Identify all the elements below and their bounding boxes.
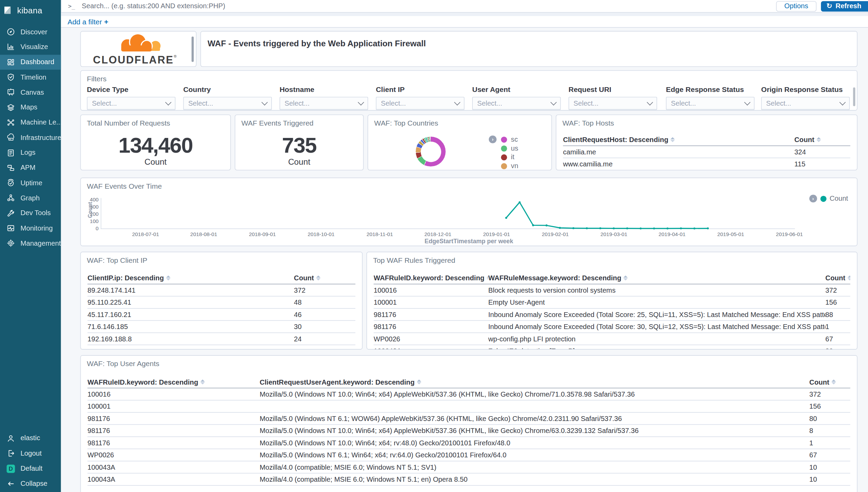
brand-text: kibana bbox=[17, 5, 42, 15]
device-type-select[interactable]: Select... bbox=[87, 97, 175, 110]
sidebar-item-infrastructure[interactable]: Infrastructure bbox=[0, 130, 61, 145]
sidebar-item-default-space[interactable]: D Default bbox=[0, 461, 61, 476]
column-header[interactable]: Count bbox=[809, 378, 850, 386]
table-row: 100016Block requests to version control … bbox=[374, 284, 850, 296]
console-icon: >_ bbox=[68, 3, 75, 9]
column-header[interactable]: WAFRuleID.keyword: Descending bbox=[374, 274, 488, 282]
column-header[interactable]: Count bbox=[294, 274, 355, 282]
legend-dot bbox=[501, 145, 507, 151]
legend-label[interactable]: Count bbox=[830, 195, 848, 203]
sidebar-item-canvas[interactable]: Canvas bbox=[0, 85, 61, 100]
request-uri-select[interactable]: Select... bbox=[569, 97, 657, 110]
countries-donut-chart[interactable] bbox=[416, 137, 446, 166]
legend-item-it[interactable]: it bbox=[501, 153, 518, 162]
filter-client-ip: Client IP Select... bbox=[376, 85, 465, 110]
column-header[interactable]: ClientRequestHost: Descending bbox=[563, 136, 795, 144]
sidebar-item-dev-tools[interactable]: Dev Tools bbox=[0, 206, 61, 221]
dashboard-title-panel: WAF - Events triggered by the Web Applic… bbox=[201, 31, 858, 67]
options-button[interactable]: Options bbox=[776, 1, 816, 11]
dashboard-area: CLOUDFLARE® WAF - Events triggered by th… bbox=[61, 28, 868, 492]
chevron-down-icon bbox=[550, 99, 557, 105]
sidebar-item-label: elastic bbox=[21, 434, 40, 442]
logo-panel-scrollbar[interactable] bbox=[192, 36, 194, 62]
table-row: 192.169.188.824 bbox=[88, 333, 355, 345]
sidebar-item-discover[interactable]: Discover bbox=[0, 24, 61, 39]
countries-legend: sc us it vn bbox=[501, 135, 518, 170]
filter-label: Edge Response Status bbox=[666, 85, 755, 93]
sidebar-item-label: Management bbox=[21, 239, 61, 247]
edge-response-status-select[interactable]: Select... bbox=[666, 97, 755, 110]
sidebar-item-management[interactable]: Management bbox=[0, 236, 61, 251]
column-header[interactable]: WAFRuleID.keyword: Descending bbox=[88, 378, 260, 386]
sidebar-item-monitoring[interactable]: Monitoring bbox=[0, 221, 61, 236]
tags-icon bbox=[7, 164, 15, 172]
legend-dot bbox=[501, 136, 507, 142]
legend-toggle-icon[interactable]: › bbox=[489, 136, 497, 143]
sidebar-item-machine-learning[interactable]: Machine Le... bbox=[0, 115, 61, 130]
kibana-logo[interactable]: kibana bbox=[0, 0, 61, 19]
sidebar-item-dashboard[interactable]: Dashboard bbox=[0, 55, 61, 70]
column-header[interactable]: ClientRequestUserAgent.keyword: Descendi… bbox=[260, 378, 809, 386]
column-header[interactable]: ClientIP.ip: Descending bbox=[88, 274, 294, 282]
space-badge: D bbox=[7, 465, 15, 473]
chevron-down-icon bbox=[647, 99, 653, 105]
table-row: 95.110.225.4148 bbox=[88, 296, 355, 308]
table-row: 981176Mozilla/5.0 (Windows NT 6.1; WOW64… bbox=[88, 413, 850, 425]
table-row: 100043AFalse IE6 detection [Type B]20 bbox=[374, 345, 850, 350]
column-header[interactable]: Count bbox=[825, 274, 850, 282]
user-icon bbox=[7, 434, 15, 443]
legend-item-us[interactable]: us bbox=[501, 144, 518, 153]
chevron-down-icon bbox=[165, 99, 171, 105]
legend-toggle-icon[interactable]: › bbox=[809, 195, 817, 203]
sidebar-item-uptime[interactable]: Uptime bbox=[0, 175, 61, 190]
add-filter-button[interactable]: Add a filter+ bbox=[68, 17, 108, 26]
sidebar-item-timelion[interactable]: Timelion bbox=[0, 70, 61, 85]
table-row: 100043AMozilla/4.0 (compatible; MSIE 6.0… bbox=[88, 473, 850, 485]
sidebar-item-visualize[interactable]: Visualize bbox=[0, 39, 61, 55]
refresh-button[interactable]: ↻ Refresh bbox=[821, 1, 868, 11]
sidebar-item-label: Logout bbox=[21, 449, 42, 457]
sort-icon bbox=[316, 276, 321, 281]
sidebar-item-maps[interactable]: Maps bbox=[0, 100, 61, 115]
search-input[interactable]: Search... (e.g. status:200 AND extension… bbox=[82, 2, 225, 10]
easel-icon bbox=[7, 88, 15, 96]
chevron-down-icon bbox=[358, 99, 364, 105]
sort-icon bbox=[624, 276, 628, 281]
column-header[interactable]: Count bbox=[795, 136, 850, 144]
sidebar-item-label: Visualize bbox=[21, 43, 48, 51]
sidebar-item-apm[interactable]: APM bbox=[0, 160, 61, 175]
table-row: 981176Mozilla/5.0 (Windows NT 10.0; Win6… bbox=[88, 425, 850, 437]
panel-title: Top WAF Rules Triggered bbox=[373, 256, 455, 264]
time-chart-legend: › Count bbox=[809, 195, 848, 203]
user-agent-select[interactable]: Select... bbox=[472, 97, 561, 110]
logout-icon bbox=[7, 449, 15, 458]
hostname-select[interactable]: Select... bbox=[279, 97, 368, 110]
sidebar-item-graph[interactable]: Graph bbox=[0, 190, 61, 206]
sidebar-item-label: Timelion bbox=[21, 73, 46, 81]
sort-icon bbox=[848, 276, 850, 281]
page-title: WAF - Events triggered by the Web Applic… bbox=[208, 39, 426, 48]
filter-bar: Add a filter+ bbox=[61, 16, 868, 28]
sidebar-nav: Discover Visualize Dashboard Timelion Ca… bbox=[0, 24, 61, 251]
sidebar-item-logout[interactable]: Logout bbox=[0, 446, 61, 461]
sidebar-item-collapse[interactable]: Collapse bbox=[0, 476, 61, 491]
column-header[interactable]: WAFRuleMessage.keyword: Descending bbox=[488, 274, 825, 282]
table-row: 100001Empty User-Agent156 bbox=[374, 296, 850, 308]
legend-item-sc[interactable]: sc bbox=[501, 135, 518, 144]
client-ip-select[interactable]: Select... bbox=[376, 97, 465, 110]
filter-label: Client IP bbox=[376, 85, 465, 93]
legend-item-vn[interactable]: vn bbox=[501, 162, 518, 171]
origin-response-status-select[interactable]: Select... bbox=[761, 97, 850, 110]
top-user-agents-table: WAFRuleID.keyword: Descending ClientRequ… bbox=[88, 376, 850, 485]
sidebar-item-label: Maps bbox=[21, 104, 37, 112]
sort-icon bbox=[671, 137, 675, 142]
sidebar-item-user[interactable]: elastic bbox=[0, 431, 61, 446]
country-select[interactable]: Select... bbox=[183, 97, 272, 110]
sidebar-item-logs[interactable]: Logs bbox=[0, 145, 61, 160]
table-row: 100016Mozilla/5.0 (Windows NT 10.0; Win6… bbox=[88, 388, 850, 400]
table-row: 45.117.160.2146 bbox=[88, 309, 355, 321]
filters-panel-scrollbar[interactable] bbox=[853, 87, 855, 106]
events-line-chart[interactable] bbox=[81, 178, 857, 246]
sidebar-item-label: Dev Tools bbox=[21, 209, 51, 217]
sort-icon bbox=[417, 379, 421, 385]
